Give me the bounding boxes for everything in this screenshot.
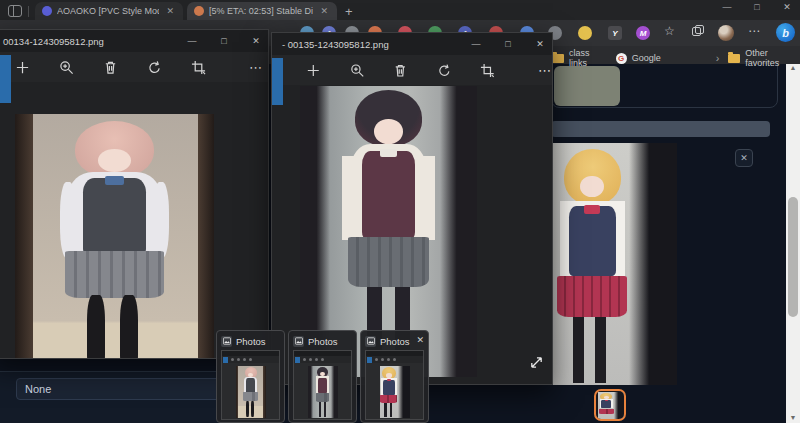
sd-script-section: None [0, 371, 222, 423]
favorites-items: class links G Google › Other favorites [552, 48, 800, 68]
crop-icon[interactable] [191, 60, 206, 75]
extension-icon[interactable] [578, 26, 592, 40]
desktop: ✕ None ▲ ▼ AOAOKO [PVC Style Model] - PV [0, 0, 800, 423]
minimize-icon[interactable]: — [186, 36, 198, 46]
favorites-star-icon[interactable]: ☆ [664, 24, 675, 38]
preview-thumbnail [380, 366, 410, 418]
window-controls: — □ ✕ [470, 33, 546, 55]
blue-accent-strip [272, 58, 283, 105]
window-title-bar[interactable]: 00134-1243095812.png — □ ✕ [0, 30, 268, 52]
preview-window[interactable] [221, 350, 280, 420]
browser-tab-bar: AOAOKO [PVC Style Model] - PV ✕ [5% ETA:… [0, 0, 800, 20]
preview-thumbnail [308, 366, 338, 418]
google-icon: G [616, 53, 627, 64]
collections-icon[interactable] [692, 27, 704, 38]
tab-title: AOAOKO [PVC Style Model] - PV [57, 6, 159, 16]
photo-00134[interactable] [15, 114, 214, 358]
extension-icon[interactable]: Y [608, 26, 622, 40]
maximize-icon[interactable]: □ [750, 2, 764, 12]
preview-window[interactable] [293, 350, 352, 420]
favorite-folder-class-links[interactable]: class links [552, 48, 607, 68]
window-title: 00134-1243095812.png [3, 36, 104, 47]
folder-icon [728, 54, 740, 63]
bing-logo-icon[interactable]: b [776, 23, 795, 42]
tab-title: [5% ETA: 02:53] Stable Diffusion [209, 6, 313, 16]
profile-avatar[interactable] [718, 25, 734, 41]
zoom-in-icon[interactable] [59, 60, 74, 75]
photos-toolbar: ⋯ [0, 52, 268, 82]
blue-accent-strip [0, 55, 11, 103]
add-icon[interactable] [15, 60, 30, 75]
script-dropdown-value: None [25, 383, 51, 395]
gallery-thumb-image [598, 392, 624, 421]
tab-close-icon[interactable]: ✕ [318, 6, 330, 16]
minimize-icon[interactable]: — [470, 39, 482, 49]
favorite-google[interactable]: G Google [616, 53, 661, 64]
tab-favicon [194, 6, 204, 16]
photos-app-icon [293, 336, 304, 347]
delete-icon[interactable] [393, 63, 408, 78]
taskbar-preview-photos-1[interactable]: Photos [216, 330, 285, 423]
see-more-icon[interactable]: ⋯ [249, 60, 263, 75]
sd-output-image[interactable] [553, 143, 677, 385]
close-icon[interactable]: ✕ [735, 149, 753, 167]
tab-close-icon[interactable]: ✕ [164, 6, 176, 16]
maximize-icon[interactable]: □ [502, 39, 514, 49]
preview-window[interactable] [365, 350, 424, 420]
preview-app-label: Photos [380, 336, 410, 347]
delete-icon[interactable] [103, 60, 118, 75]
scrollbar-thumb[interactable] [788, 197, 798, 317]
window-title: - 00135-1243095812.png [282, 39, 389, 50]
tab-actions-icon[interactable] [8, 5, 22, 17]
scroll-down-icon[interactable]: ▼ [786, 414, 800, 421]
browser-window-controls: — □ ✕ [720, 2, 794, 12]
rotate-icon[interactable] [437, 63, 452, 78]
add-icon[interactable] [306, 63, 321, 78]
window-title-bar[interactable]: - 00135-1243095812.png — □ ✕ [272, 33, 552, 55]
window-controls: — □ ✕ [186, 30, 262, 52]
script-dropdown[interactable]: None [16, 378, 222, 400]
page-scrollbar[interactable]: ▲ ▼ [786, 62, 800, 423]
browser-tab-civitai[interactable]: AOAOKO [PVC Style Model] - PV ✕ [35, 2, 183, 20]
extension-icon[interactable]: M [636, 26, 650, 40]
close-icon[interactable]: ✕ [534, 39, 546, 49]
rotate-icon[interactable] [147, 60, 162, 75]
minimize-icon[interactable]: — [720, 2, 734, 12]
photo-canvas [0, 82, 268, 358]
tab-favicon [42, 6, 52, 16]
preview-close-icon[interactable]: ✕ [416, 335, 424, 345]
taskbar-previews: Photos Photos [216, 330, 430, 423]
sd-generate-button[interactable] [554, 66, 620, 106]
favorites-overflow-chevron[interactable]: › [716, 52, 720, 64]
preview-thumbnail [236, 366, 266, 418]
sd-progress-bar [551, 121, 770, 137]
favorite-folder-other[interactable]: Other favorites [728, 48, 800, 68]
zoom-in-icon[interactable] [350, 63, 365, 78]
tab-separator [28, 6, 29, 17]
fullscreen-icon[interactable] [529, 355, 544, 374]
maximize-icon[interactable]: □ [218, 36, 230, 46]
close-icon[interactable]: ✕ [780, 2, 794, 12]
photos-app-icon [221, 336, 232, 347]
taskbar-preview-photos-3[interactable]: Photos ✕ [360, 330, 429, 423]
folder-icon [552, 54, 564, 63]
new-tab-button[interactable]: + [345, 4, 353, 19]
photos-app-icon [365, 336, 376, 347]
photos-window-1: 00134-1243095812.png — □ ✕ ⋯ [0, 29, 269, 359]
preview-app-label: Photos [308, 336, 338, 347]
preview-app-label: Photos [236, 336, 266, 347]
browser-tab-stable-diffusion[interactable]: [5% ETA: 02:53] Stable Diffusion ✕ [187, 2, 337, 20]
taskbar-preview-photos-2[interactable]: Photos [288, 330, 357, 423]
close-icon[interactable]: ✕ [250, 36, 262, 46]
sd-gallery-thumbnail-selected[interactable] [594, 389, 626, 421]
settings-more-icon[interactable]: ⋯ [748, 24, 760, 38]
photos-toolbar: ⋯ [272, 55, 552, 85]
crop-icon[interactable] [480, 63, 495, 78]
see-more-icon[interactable]: ⋯ [538, 63, 552, 78]
